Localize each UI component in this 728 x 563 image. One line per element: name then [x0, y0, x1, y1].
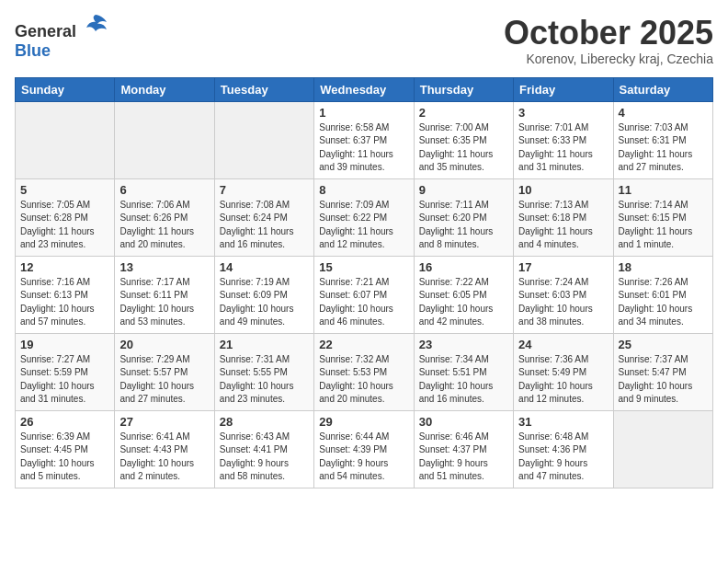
day-info: Sunrise: 7:11 AM Sunset: 6:20 PM Dayligh…	[419, 199, 508, 252]
calendar-cell: 18Sunrise: 7:26 AM Sunset: 6:01 PM Dayli…	[613, 256, 712, 333]
calendar-cell: 7Sunrise: 7:08 AM Sunset: 6:24 PM Daylig…	[214, 178, 313, 256]
day-number: 10	[518, 183, 608, 197]
calendar-cell	[214, 101, 313, 178]
day-info: Sunrise: 7:37 AM Sunset: 5:47 PM Dayligh…	[619, 353, 708, 407]
day-number: 25	[619, 338, 708, 351]
location-subtitle: Korenov, Liberecky kraj, Czechia	[504, 52, 713, 66]
day-info: Sunrise: 6:48 AM Sunset: 4:36 PM Dayligh…	[518, 431, 608, 484]
day-number: 12	[20, 260, 109, 274]
calendar-cell: 9Sunrise: 7:11 AM Sunset: 6:20 PM Daylig…	[414, 178, 513, 256]
day-info: Sunrise: 7:16 AM Sunset: 6:13 PM Dayligh…	[20, 276, 109, 329]
title-block: October 2025 Korenov, Liberecky kraj, Cz…	[504, 15, 713, 66]
day-info: Sunrise: 7:01 AM Sunset: 6:33 PM Dayligh…	[518, 121, 608, 175]
calendar-cell: 1Sunrise: 6:58 AM Sunset: 6:37 PM Daylig…	[314, 101, 414, 178]
day-info: Sunrise: 7:09 AM Sunset: 6:22 PM Dayligh…	[319, 199, 408, 252]
day-info: Sunrise: 7:34 AM Sunset: 5:51 PM Dayligh…	[419, 353, 508, 407]
calendar-cell: 3Sunrise: 7:01 AM Sunset: 6:33 PM Daylig…	[514, 101, 613, 178]
day-number: 1	[319, 106, 408, 120]
day-number: 15	[319, 260, 408, 274]
day-number: 30	[419, 415, 508, 429]
calendar-cell: 6Sunrise: 7:06 AM Sunset: 6:26 PM Daylig…	[115, 178, 214, 256]
day-number: 18	[619, 260, 708, 274]
weekday-header-row: SundayMondayTuesdayWednesdayThursdayFrid…	[16, 77, 713, 101]
weekday-header-thursday: Thursday	[414, 77, 513, 101]
day-info: Sunrise: 7:14 AM Sunset: 6:15 PM Dayligh…	[619, 199, 708, 252]
day-number: 6	[119, 183, 209, 197]
logo-blue: Blue	[15, 41, 51, 60]
day-info: Sunrise: 6:41 AM Sunset: 4:43 PM Dayligh…	[119, 431, 209, 484]
day-number: 2	[419, 106, 508, 120]
calendar-cell	[613, 410, 712, 488]
day-info: Sunrise: 7:27 AM Sunset: 5:59 PM Dayligh…	[20, 353, 109, 407]
calendar-week-row: 19Sunrise: 7:27 AM Sunset: 5:59 PM Dayli…	[16, 333, 713, 410]
day-number: 29	[319, 415, 408, 429]
day-info: Sunrise: 6:58 AM Sunset: 6:37 PM Dayligh…	[319, 121, 408, 175]
calendar-week-row: 12Sunrise: 7:16 AM Sunset: 6:13 PM Dayli…	[16, 256, 713, 333]
calendar-cell: 5Sunrise: 7:05 AM Sunset: 6:28 PM Daylig…	[16, 178, 115, 256]
day-number: 7	[220, 183, 309, 197]
logo-bird-icon	[83, 11, 108, 37]
day-info: Sunrise: 7:24 AM Sunset: 6:03 PM Dayligh…	[518, 276, 608, 329]
day-number: 4	[619, 106, 708, 120]
day-number: 11	[619, 183, 708, 197]
day-info: Sunrise: 6:39 AM Sunset: 4:45 PM Dayligh…	[20, 431, 109, 484]
calendar-cell: 25Sunrise: 7:37 AM Sunset: 5:47 PM Dayli…	[613, 333, 712, 410]
logo-general: General	[15, 22, 76, 40]
day-number: 23	[419, 338, 508, 351]
calendar-week-row: 26Sunrise: 6:39 AM Sunset: 4:45 PM Dayli…	[16, 410, 713, 488]
calendar-cell: 13Sunrise: 7:17 AM Sunset: 6:11 PM Dayli…	[115, 256, 214, 333]
calendar-cell: 20Sunrise: 7:29 AM Sunset: 5:57 PM Dayli…	[115, 333, 214, 410]
day-info: Sunrise: 7:19 AM Sunset: 6:09 PM Dayligh…	[220, 276, 309, 329]
calendar-cell: 23Sunrise: 7:34 AM Sunset: 5:51 PM Dayli…	[414, 333, 513, 410]
calendar-cell: 15Sunrise: 7:21 AM Sunset: 6:07 PM Dayli…	[314, 256, 414, 333]
day-info: Sunrise: 7:17 AM Sunset: 6:11 PM Dayligh…	[119, 276, 209, 329]
calendar-cell: 27Sunrise: 6:41 AM Sunset: 4:43 PM Dayli…	[115, 410, 214, 488]
day-number: 16	[419, 260, 508, 274]
logo: General Blue	[15, 15, 108, 61]
month-title: October 2025	[504, 15, 713, 52]
calendar-cell: 14Sunrise: 7:19 AM Sunset: 6:09 PM Dayli…	[214, 256, 313, 333]
day-number: 28	[220, 415, 309, 429]
calendar-cell: 16Sunrise: 7:22 AM Sunset: 6:05 PM Dayli…	[414, 256, 513, 333]
calendar-cell: 22Sunrise: 7:32 AM Sunset: 5:53 PM Dayli…	[314, 333, 414, 410]
calendar-cell: 28Sunrise: 6:43 AM Sunset: 4:41 PM Dayli…	[214, 410, 313, 488]
day-number: 22	[319, 338, 408, 351]
calendar-table: SundayMondayTuesdayWednesdayThursdayFrid…	[15, 77, 713, 488]
day-info: Sunrise: 7:08 AM Sunset: 6:24 PM Dayligh…	[220, 199, 309, 252]
weekday-header-friday: Friday	[514, 77, 613, 101]
day-info: Sunrise: 6:46 AM Sunset: 4:37 PM Dayligh…	[419, 431, 508, 484]
calendar-cell: 10Sunrise: 7:13 AM Sunset: 6:18 PM Dayli…	[514, 178, 613, 256]
day-number: 26	[20, 415, 109, 429]
calendar-cell: 29Sunrise: 6:44 AM Sunset: 4:39 PM Dayli…	[314, 410, 414, 488]
calendar-cell: 12Sunrise: 7:16 AM Sunset: 6:13 PM Dayli…	[16, 256, 115, 333]
day-number: 5	[20, 183, 109, 197]
calendar-cell: 8Sunrise: 7:09 AM Sunset: 6:22 PM Daylig…	[314, 178, 414, 256]
day-info: Sunrise: 7:26 AM Sunset: 6:01 PM Dayligh…	[619, 276, 708, 329]
day-info: Sunrise: 7:22 AM Sunset: 6:05 PM Dayligh…	[419, 276, 508, 329]
calendar-cell: 2Sunrise: 7:00 AM Sunset: 6:35 PM Daylig…	[414, 101, 513, 178]
weekday-header-monday: Monday	[115, 77, 214, 101]
calendar-cell: 4Sunrise: 7:03 AM Sunset: 6:31 PM Daylig…	[613, 101, 712, 178]
day-info: Sunrise: 7:00 AM Sunset: 6:35 PM Dayligh…	[419, 121, 508, 175]
calendar-cell: 19Sunrise: 7:27 AM Sunset: 5:59 PM Dayli…	[16, 333, 115, 410]
calendar-cell: 26Sunrise: 6:39 AM Sunset: 4:45 PM Dayli…	[16, 410, 115, 488]
day-number: 21	[220, 338, 309, 351]
day-number: 24	[518, 338, 608, 351]
calendar-week-row: 5Sunrise: 7:05 AM Sunset: 6:28 PM Daylig…	[16, 178, 713, 256]
calendar-cell: 21Sunrise: 7:31 AM Sunset: 5:55 PM Dayli…	[214, 333, 313, 410]
calendar-cell	[115, 101, 214, 178]
calendar-cell: 30Sunrise: 6:46 AM Sunset: 4:37 PM Dayli…	[414, 410, 513, 488]
day-info: Sunrise: 6:44 AM Sunset: 4:39 PM Dayligh…	[319, 431, 408, 484]
day-number: 8	[319, 183, 408, 197]
weekday-header-sunday: Sunday	[16, 77, 115, 101]
day-number: 3	[518, 106, 608, 120]
day-number: 17	[518, 260, 608, 274]
day-info: Sunrise: 7:32 AM Sunset: 5:53 PM Dayligh…	[319, 353, 408, 407]
day-number: 20	[119, 338, 209, 351]
page-header: General Blue October 2025 Korenov, Liber…	[15, 15, 713, 66]
calendar-week-row: 1Sunrise: 6:58 AM Sunset: 6:37 PM Daylig…	[16, 101, 713, 178]
weekday-header-wednesday: Wednesday	[314, 77, 414, 101]
calendar-cell	[16, 101, 115, 178]
day-info: Sunrise: 7:13 AM Sunset: 6:18 PM Dayligh…	[518, 199, 608, 252]
day-info: Sunrise: 6:43 AM Sunset: 4:41 PM Dayligh…	[220, 431, 309, 484]
